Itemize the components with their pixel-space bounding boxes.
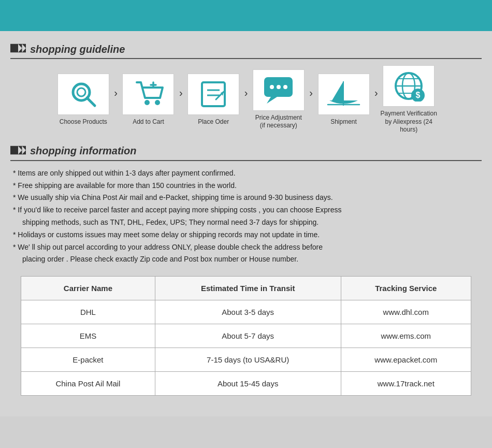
main-content: shopping guideline Choose Products › [0, 31, 492, 416]
steps-row: Choose Products › Add to Cart › [10, 65, 482, 134]
step-label-payment-verification: Payment Verification by Aliexpress (24 h… [379, 110, 439, 134]
info-line-4: * If you'd like to receive parcel faster… [13, 204, 479, 216]
step-box-shipment [318, 74, 370, 115]
info-line-8: placing order . Please check exactly Zip… [13, 253, 479, 266]
info-line-2: * Free shipping are available for more t… [13, 180, 479, 192]
info-line-3: * We usually ship via China Post Air mai… [13, 192, 479, 204]
step-add-to-cart: Add to Cart [119, 74, 178, 126]
step-box-add-to-cart [122, 74, 174, 115]
table-row: China Post Ail Mail About 15-45 days www… [21, 372, 471, 396]
guideline-header: shopping guideline [10, 42, 482, 59]
arrow-3: › [244, 87, 248, 112]
step-box-choose-products [57, 74, 109, 115]
table-header-carrier: Carrier Name [21, 277, 155, 300]
information-title: shopping information [30, 145, 137, 157]
carrier-name-1: EMS [21, 324, 155, 348]
step-box-place-order [187, 74, 239, 115]
step-label-place-order: Place Oder [198, 118, 229, 126]
step-label-price-adjustment: Price Adjustment (if necessary) [255, 114, 302, 130]
carrier-tracking-2: www.epacket.com [341, 348, 471, 372]
carrier-time-2: 7-15 days (to USA&RU) [155, 348, 341, 372]
svg-point-18 [277, 85, 281, 89]
step-label-shipment: Shipment [330, 118, 357, 126]
step-label-add-to-cart: Add to Cart [133, 118, 164, 126]
step-choose-products: Choose Products [53, 74, 113, 126]
table-header-tracking: Tracking Service [341, 277, 471, 300]
top-banner [0, 0, 492, 31]
information-header: shopping information [10, 144, 482, 161]
step-place-order: Place Oder [184, 74, 243, 126]
svg-line-4 [87, 98, 95, 106]
table-header-row: Carrier Name Estimated Time in Transit T… [21, 277, 471, 300]
info-line-5: shipping methods, such as TNT, DHL, Fede… [13, 216, 479, 229]
table-header-time: Estimated Time in Transit [155, 277, 341, 300]
arrow-1: › [114, 87, 118, 112]
table-row: EMS About 5-7 days www.ems.com [21, 324, 471, 348]
information-header-icon [10, 144, 26, 158]
carrier-tracking-0: www.dhl.com [341, 300, 471, 324]
svg-point-19 [283, 85, 287, 89]
svg-text:$: $ [415, 91, 420, 99]
svg-marker-20 [332, 81, 343, 100]
svg-point-17 [270, 85, 274, 89]
arrow-2: › [179, 87, 183, 112]
guideline-title: shopping guideline [30, 44, 125, 55]
table-row: E-packet 7-15 days (to USA&RU) www.epack… [21, 348, 471, 372]
carrier-name-2: E-packet [21, 348, 155, 372]
carrier-table: Carrier Name Estimated Time in Transit T… [21, 276, 471, 396]
carrier-tracking-1: www.ems.com [341, 324, 471, 348]
step-shipment: Shipment [314, 74, 373, 126]
info-section: * Items are only shipped out within 1-3 … [10, 167, 482, 266]
info-line-6: * Holidays or customs issues may meet so… [13, 229, 479, 241]
svg-point-5 [77, 88, 85, 96]
arrow-5: › [374, 87, 378, 112]
carrier-time-3: About 15-45 days [155, 372, 341, 396]
step-payment-verification: $ Payment Verification by Aliexpress (24… [379, 65, 439, 134]
step-box-payment-verification: $ [383, 65, 435, 107]
svg-point-7 [155, 100, 160, 105]
svg-marker-16 [267, 97, 277, 104]
info-line-1: * Items are only shipped out within 1-3 … [13, 167, 479, 180]
carrier-time-1: About 5-7 days [155, 324, 341, 348]
table-row: DHL About 3-5 days www.dhl.com [21, 300, 471, 324]
step-price-adjustment: Price Adjustment (if necessary) [249, 69, 308, 130]
step-box-price-adjustment [253, 69, 305, 111]
guideline-header-icon [10, 42, 26, 56]
step-label-choose-products: Choose Products [60, 118, 107, 126]
info-line-7: * We' ll ship out parcel according to yo… [13, 241, 479, 254]
arrow-4: › [309, 87, 313, 112]
carrier-tracking-3: www.17track.net [341, 372, 471, 396]
carrier-time-0: About 3-5 days [155, 300, 341, 324]
carrier-name-0: DHL [21, 300, 155, 324]
svg-point-6 [144, 100, 150, 105]
carrier-name-3: China Post Ail Mail [21, 372, 155, 396]
